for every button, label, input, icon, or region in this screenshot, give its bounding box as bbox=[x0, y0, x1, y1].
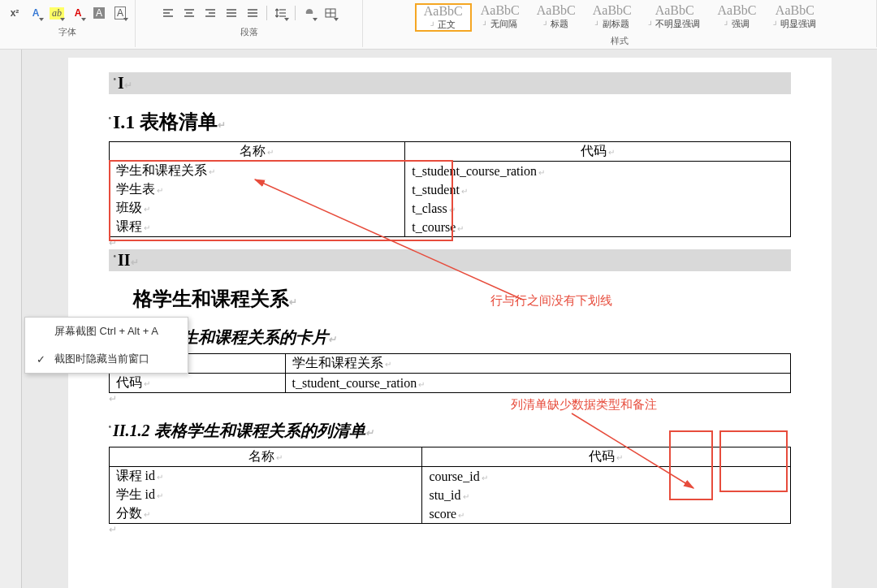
font-group-label: 字体 bbox=[58, 26, 76, 38]
context-menu: 屏幕截图 Ctrl + Alt + A ✓ 截图时隐藏当前窗口 bbox=[24, 317, 188, 374]
style-tile[interactable]: AaBbC┘ 正文 bbox=[415, 3, 472, 32]
align-justify-btn[interactable] bbox=[222, 3, 241, 23]
enclose-char-btn[interactable]: A bbox=[110, 3, 130, 23]
font-group: x² A ab A A A 字体 bbox=[0, 0, 136, 47]
vertical-ruler bbox=[0, 50, 22, 588]
text-effects-btn[interactable]: A bbox=[26, 3, 45, 23]
heading-II1: 格学生和课程关系↵ bbox=[133, 286, 791, 312]
borders-btn[interactable] bbox=[321, 3, 340, 23]
para-return-3: ↵ bbox=[109, 524, 791, 536]
section-II-heading: •II↵ bbox=[109, 249, 791, 271]
char-shading-btn[interactable]: A bbox=[89, 3, 109, 23]
highlight-btn[interactable]: ab bbox=[47, 3, 67, 23]
ctx-item-label: 屏幕截图 Ctrl + Alt + A bbox=[54, 324, 158, 339]
heading-II11: 表格学生和课程关系的卡片↵ bbox=[133, 326, 791, 348]
style-tile[interactable]: AaBbC┘ 明显强调 bbox=[766, 3, 825, 32]
styles-group: AaBbC┘ 正文AaBbC┘ 无间隔AaBbC┘ 标题AaBbC┘ 副标题Aa… bbox=[363, 0, 877, 47]
annotation-text-2: 列清单缺少数据类型和备注 bbox=[511, 397, 657, 413]
paragraph-group: 段落 bbox=[136, 0, 363, 47]
styles-gallery[interactable]: AaBbC┘ 正文AaBbC┘ 无间隔AaBbC┘ 标题AaBbC┘ 副标题Aa… bbox=[415, 3, 824, 32]
style-group-label: 样式 bbox=[611, 35, 629, 47]
ctx-screenshot[interactable]: 屏幕截图 Ctrl + Alt + A bbox=[25, 318, 188, 345]
blank-icon bbox=[35, 326, 46, 337]
heading-I1: •I.1 表格清单↵ bbox=[109, 109, 791, 135]
font-color-btn[interactable]: A bbox=[68, 3, 88, 23]
ctx-hide-window[interactable]: ✓ 截图时隐藏当前窗口 bbox=[25, 345, 188, 373]
line-spacing-btn[interactable] bbox=[271, 3, 291, 23]
section-I-heading: •I↵ bbox=[109, 72, 791, 94]
style-tile[interactable]: AaBbC┘ 标题 bbox=[529, 3, 584, 32]
style-tile[interactable]: AaBbC┘ 副标题 bbox=[585, 3, 640, 32]
align-right-btn[interactable] bbox=[201, 3, 220, 23]
table-2: 名称↵学生和课程关系↵ 代码↵t_student_course_ration↵ bbox=[109, 353, 791, 393]
table-3: 名称↵ 代码↵ 课程 id↵course_id↵ 学生 id↵stu_id↵ 分… bbox=[109, 447, 791, 524]
ribbon: x² A ab A A A 字体 段落 bbox=[0, 0, 877, 50]
style-tile[interactable]: AaBbC┘ 不明显强调 bbox=[641, 3, 709, 32]
t1-h1: 名称↵ bbox=[109, 142, 405, 162]
check-icon: ✓ bbox=[35, 353, 46, 365]
app-root: x² A ab A A A 字体 段落 bbox=[0, 0, 877, 588]
distributed-btn[interactable] bbox=[243, 3, 262, 23]
para-return-2: ↵ bbox=[109, 393, 791, 405]
para-group-label: 段落 bbox=[240, 26, 258, 38]
para-return: ↵ bbox=[109, 237, 791, 249]
heading-II12: •II.1.2 表格学生和课程关系的列清单↵ bbox=[109, 420, 791, 442]
table-1: 名称↵代码↵ 学生和课程关系↵t_student_course_ration↵ … bbox=[109, 141, 791, 237]
style-tile[interactable]: AaBbC┘ 强调 bbox=[710, 3, 765, 32]
align-center-btn[interactable] bbox=[179, 3, 199, 23]
style-tile[interactable]: AaBbC┘ 无间隔 bbox=[473, 3, 528, 32]
t1-h2: 代码↵ bbox=[405, 142, 790, 162]
annotation-text-1: 行与行之间没有下划线 bbox=[490, 293, 612, 309]
shading-btn[interactable] bbox=[300, 3, 319, 23]
align-left-btn[interactable] bbox=[158, 3, 178, 23]
superscript-btn[interactable]: x² bbox=[5, 3, 24, 23]
ctx-item-label: 截图时隐藏当前窗口 bbox=[54, 352, 149, 366]
